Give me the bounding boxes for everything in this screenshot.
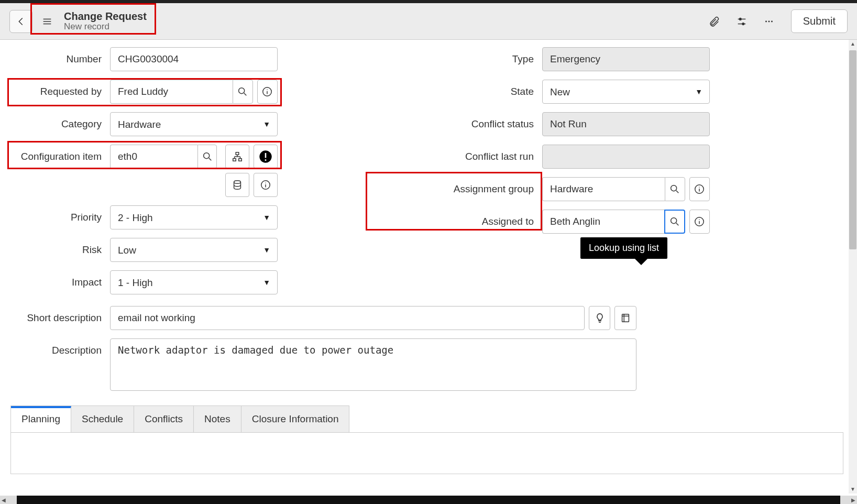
svg-rect-19 xyxy=(239,159,242,161)
svg-line-32 xyxy=(676,191,679,193)
tab-planning[interactable]: Planning xyxy=(11,406,71,432)
assigned-to-field[interactable] xyxy=(542,210,664,234)
scrollbar[interactable]: ▲ ▼ xyxy=(849,40,857,494)
conflict-last-run-label: Conflict last run xyxy=(443,151,542,162)
hamburger-icon xyxy=(41,16,53,27)
svg-point-27 xyxy=(234,181,241,184)
search-icon xyxy=(669,216,680,227)
svg-rect-18 xyxy=(233,159,236,161)
tab-content xyxy=(10,432,843,474)
scroll-right-icon[interactable]: ▶ xyxy=(850,497,857,503)
svg-point-35 xyxy=(699,187,700,188)
conflict-status-label: Conflict status xyxy=(443,118,542,130)
svg-point-6 xyxy=(742,23,744,25)
svg-point-9 xyxy=(771,20,773,22)
assignment-group-lookup-button[interactable] xyxy=(665,177,685,201)
number-label: Number xyxy=(10,53,110,65)
svg-point-40 xyxy=(699,220,700,220)
search-icon xyxy=(669,183,680,195)
scroll-up-icon[interactable]: ▲ xyxy=(849,40,857,48)
form-title: Change Request xyxy=(64,10,147,23)
more-actions-button[interactable] xyxy=(759,10,779,33)
type-label: Type xyxy=(443,53,542,65)
info-icon xyxy=(261,86,273,97)
scroll-left-icon[interactable]: ◀ xyxy=(0,497,7,503)
requested-by-label: Requested by xyxy=(10,86,110,97)
knowledge-button[interactable] xyxy=(614,306,636,330)
short-description-label: Short description xyxy=(10,312,110,324)
scroll-down-icon[interactable]: ▼ xyxy=(849,485,857,494)
search-icon xyxy=(237,86,248,97)
tab-closure[interactable]: Closure Information xyxy=(241,406,349,432)
category-label: Category xyxy=(10,118,110,130)
info-icon xyxy=(694,183,705,195)
back-button[interactable] xyxy=(9,10,32,33)
ci-field[interactable] xyxy=(110,145,197,169)
svg-rect-41 xyxy=(622,314,629,322)
svg-point-10 xyxy=(239,88,245,94)
category-select[interactable]: Hardware xyxy=(110,112,278,136)
info-icon xyxy=(260,179,271,191)
suggestion-button[interactable] xyxy=(589,306,611,330)
ci-info-button[interactable] xyxy=(254,173,278,197)
svg-point-7 xyxy=(765,20,767,22)
tab-notes[interactable]: Notes xyxy=(194,406,241,432)
assigned-to-info-button[interactable] xyxy=(689,210,710,234)
ci-db-button[interactable] xyxy=(225,173,249,197)
ci-alert-button[interactable] xyxy=(254,145,278,169)
risk-select[interactable]: Low xyxy=(110,238,278,262)
ci-lookup-button[interactable] xyxy=(197,145,217,169)
risk-label: Risk xyxy=(10,244,110,256)
number-field[interactable] xyxy=(110,47,278,71)
paperclip-icon xyxy=(709,16,720,27)
book-icon xyxy=(620,312,631,324)
conflict-status-field: Not Run xyxy=(542,112,710,136)
chevron-left-icon xyxy=(15,16,27,27)
svg-point-8 xyxy=(768,20,770,22)
svg-point-15 xyxy=(203,153,209,159)
svg-point-26 xyxy=(265,159,266,161)
assignment-group-field[interactable] xyxy=(542,177,665,201)
short-description-field[interactable] xyxy=(110,306,585,330)
requested-by-field[interactable] xyxy=(110,80,233,104)
tab-schedule[interactable]: Schedule xyxy=(71,406,134,432)
impact-select[interactable]: 1 - High xyxy=(110,270,278,294)
form-subtitle: New record xyxy=(64,21,147,32)
impact-label: Impact xyxy=(10,277,110,288)
assignment-group-info-button[interactable] xyxy=(689,177,710,201)
lightbulb-icon xyxy=(594,312,606,324)
database-icon xyxy=(232,179,243,191)
description-label: Description xyxy=(10,338,110,356)
assigned-to-lookup-button[interactable] xyxy=(664,210,685,234)
svg-point-36 xyxy=(671,218,677,224)
assigned-to-label: Assigned to xyxy=(443,216,542,227)
svg-point-31 xyxy=(671,185,677,191)
context-menu-button[interactable] xyxy=(37,10,58,33)
ci-dependency-button[interactable] xyxy=(225,145,249,169)
sliders-icon xyxy=(736,16,748,27)
ellipsis-icon xyxy=(763,16,775,27)
form-header: Change Request New record Submit xyxy=(0,3,857,40)
priority-select[interactable]: 2 - High xyxy=(110,205,278,229)
description-field[interactable] xyxy=(110,338,636,391)
personalize-form-button[interactable] xyxy=(731,10,752,33)
svg-point-5 xyxy=(739,18,741,20)
search-icon xyxy=(202,151,213,162)
svg-rect-17 xyxy=(236,152,239,155)
attachments-button[interactable] xyxy=(704,10,725,33)
scroll-thumb[interactable] xyxy=(849,50,856,249)
tab-conflicts[interactable]: Conflicts xyxy=(134,406,194,432)
form-tabs: Planning Schedule Conflicts Notes Closur… xyxy=(10,406,349,432)
requested-by-info-button[interactable] xyxy=(257,80,278,104)
priority-label: Priority xyxy=(10,212,110,223)
conflict-last-run-field xyxy=(542,145,710,169)
type-field: Emergency xyxy=(542,47,710,71)
svg-line-11 xyxy=(244,93,247,96)
requested-by-lookup-button[interactable] xyxy=(233,80,253,104)
submit-button[interactable]: Submit xyxy=(791,9,848,33)
alert-icon xyxy=(258,149,273,164)
taskbar: ◀ ▶ xyxy=(0,496,857,504)
svg-line-16 xyxy=(208,158,211,161)
hierarchy-icon xyxy=(232,151,243,162)
state-select[interactable]: New xyxy=(542,80,710,104)
